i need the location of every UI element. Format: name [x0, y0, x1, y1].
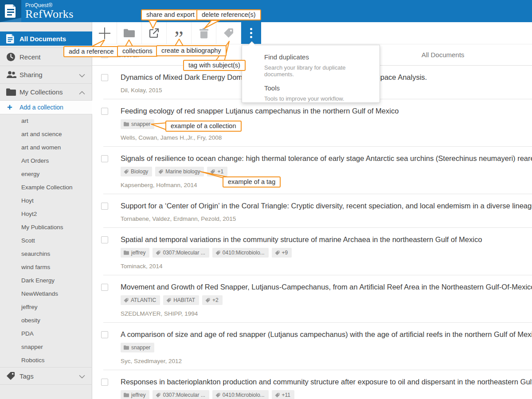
sidebar-collection-item[interactable]: energy — [0, 168, 92, 181]
sidebar-collection-item[interactable]: snapper — [0, 340, 92, 354]
sidebar-item-all-documents[interactable]: All Documents — [0, 31, 92, 46]
folder-icon — [124, 345, 129, 350]
tag-chip[interactable]: 0307:Molecular ... — [153, 390, 209, 399]
tag-chip[interactable]: Biology — [121, 167, 152, 176]
document-row: A comparison of size and age of red snap… — [92, 323, 532, 370]
sidebar-collection-item[interactable]: art and women — [0, 141, 92, 154]
sidebar-collection-item[interactable]: PDA — [0, 327, 92, 340]
document-checkbox[interactable] — [101, 331, 108, 338]
more-options-button[interactable] — [241, 22, 261, 44]
document-row: Movement and Growth of Red Snapper, Lutj… — [92, 275, 532, 323]
collection-chip[interactable]: snapper — [121, 119, 154, 129]
document-title[interactable]: Signals of resilience to ocean change: h… — [121, 154, 532, 163]
document-checkbox[interactable] — [101, 155, 108, 162]
sidebar-collection-item[interactable]: Scott — [0, 234, 92, 247]
document-authors: SZEDLMAYER, SHIPP, 1994 — [121, 310, 532, 317]
collection-chip[interactable]: snapper — [121, 343, 154, 352]
tag-chip[interactable]: ATLANTIC — [121, 295, 160, 305]
tag-chip[interactable]: 0410:Microbiolo... — [212, 390, 269, 399]
trash-icon — [199, 28, 209, 39]
tag-chip[interactable]: 0410:Microbiolo... — [212, 248, 269, 258]
kebab-menu-icon — [250, 28, 252, 38]
sidebar-collection-item[interactable]: wind farms — [0, 261, 92, 274]
sidebar-collection-item[interactable]: Hoyt2 — [0, 207, 92, 221]
sidebar-collection-item[interactable]: jeffrey — [0, 301, 92, 314]
document-title[interactable]: Feeding ecology of red snapper Lutjanus … — [121, 107, 532, 115]
sidebar-collection-item[interactable]: Art Orders — [0, 154, 92, 168]
chevron-down-icon — [79, 372, 85, 380]
quote-icon: ” — [174, 36, 183, 41]
tag-icon — [215, 393, 220, 398]
logo-fold-accent — [0, 18, 21, 22]
people-icon — [6, 71, 20, 78]
document-title[interactable]: Support for a ‘Center of Origin’ in the … — [121, 202, 532, 210]
tag-icon — [205, 298, 210, 303]
tag-chip[interactable]: HABITAT — [163, 295, 199, 305]
delete-reference-button[interactable] — [192, 22, 216, 44]
document-checkbox[interactable] — [101, 203, 108, 210]
menu-item-find-duplicates[interactable]: Find duplicates Search your library for … — [242, 53, 379, 78]
document-row: Spatial and temporal variations in the c… — [92, 228, 532, 275]
chip-label: Biology — [131, 168, 148, 175]
collection-chip[interactable]: jeffrey — [121, 248, 149, 258]
dropdown-caret — [248, 42, 255, 45]
share-export-button[interactable] — [142, 22, 167, 44]
sidebar-collection-item[interactable]: art — [0, 114, 92, 128]
callout-tag-with-subjects: tag with subject(s) — [183, 60, 246, 71]
collections-button[interactable] — [117, 22, 142, 44]
tag-chip[interactable]: +9 — [272, 248, 292, 258]
sidebar-collection-item[interactable]: Robotics — [0, 354, 92, 367]
folder-icon — [124, 122, 129, 126]
proquest-logo[interactable] — [0, 0, 21, 22]
chip-label: +1 — [217, 168, 223, 175]
callout-share-export: share and export — [141, 9, 200, 20]
sidebar-item-tags[interactable]: Tags — [0, 367, 92, 385]
folder-icon — [124, 29, 135, 37]
add-collection-button[interactable]: + Add a collection — [0, 100, 92, 114]
create-bibliography-button[interactable]: ” — [167, 22, 192, 44]
chip-label: ATLANTIC — [131, 297, 156, 303]
plus-icon — [98, 27, 111, 39]
document-checkbox[interactable] — [101, 379, 108, 386]
document-title[interactable]: Responses in bacterioplankton production… — [121, 378, 532, 386]
document-title[interactable]: Movement and Growth of Red Snapper, Lutj… — [121, 283, 532, 291]
chip-row: ATLANTICHABITAT+2 — [121, 295, 532, 305]
tag-chip[interactable]: 0307:Molecular ... — [153, 248, 209, 258]
add-collection-label: Add a collection — [20, 104, 63, 111]
sidebar-collection-item[interactable]: seaurchins — [0, 247, 92, 261]
sidebar-item-sharing[interactable]: Sharing — [0, 66, 92, 83]
sidebar-collection-item[interactable]: art and science — [0, 128, 92, 141]
document-title[interactable]: Spatial and temporal variations in the c… — [121, 235, 532, 244]
sidebar-item-label: Sharing — [20, 71, 43, 78]
chip-row: jeffrey0307:Molecular ...0410:Microbiolo… — [121, 390, 532, 399]
add-reference-button[interactable] — [92, 22, 117, 44]
sidebar-collection-item[interactable]: obesity — [0, 314, 92, 327]
sidebar-collection-item[interactable]: NewWetlands — [0, 287, 92, 301]
sidebar-item-my-collections[interactable]: My Collections — [0, 83, 92, 100]
sidebar-collection-item[interactable]: Dark Energy — [0, 274, 92, 287]
document-checkbox[interactable] — [101, 236, 108, 243]
callout-create-bibliography: create a bibliography — [156, 45, 227, 56]
document-checkbox[interactable] — [101, 74, 108, 81]
tag-icon — [210, 169, 215, 174]
document-title[interactable]: A comparison of size and age of red snap… — [121, 330, 532, 339]
collection-chip[interactable]: jeffrey — [121, 390, 149, 399]
tag-chip[interactable]: +11 — [272, 390, 294, 399]
tag-chip[interactable]: +1 — [207, 167, 227, 176]
tag-chip[interactable]: +2 — [202, 295, 223, 305]
callout-add-reference: add a reference — [63, 46, 119, 57]
menu-item-tools[interactable]: Tools Tools to improve your workflow. — [242, 84, 379, 102]
document-checkbox[interactable] — [101, 108, 108, 115]
sidebar-collection-item[interactable]: My Publications — [0, 221, 92, 234]
sidebar-item-label: My Collections — [20, 88, 63, 96]
tag-icon — [156, 250, 160, 255]
document-checkbox[interactable] — [101, 284, 108, 291]
toolbar: ” — [92, 22, 532, 44]
sidebar-collection-item[interactable]: Hoyt — [0, 194, 92, 207]
chip-label: +2 — [212, 297, 219, 303]
tag-subjects-button[interactable] — [216, 22, 241, 44]
sidebar-collection-item[interactable]: Example Collection — [0, 181, 92, 194]
chip-label: 0307:Molecular ... — [163, 250, 205, 256]
chip-label: snapper — [131, 344, 150, 351]
tag-chip[interactable]: Marine biology — [155, 167, 204, 176]
